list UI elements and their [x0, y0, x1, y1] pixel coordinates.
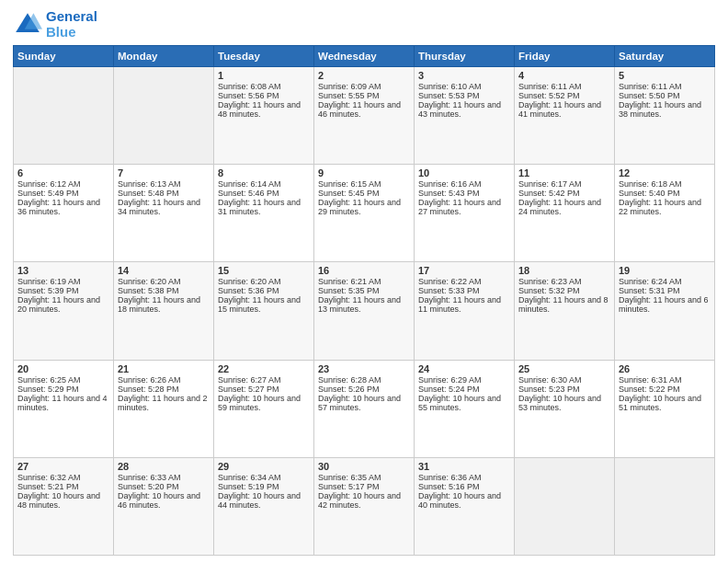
day-info: Sunrise: 6:30 AM [518, 375, 610, 385]
logo-icon [13, 10, 42, 40]
calendar-cell: 19Sunrise: 6:24 AMSunset: 5:31 PMDayligh… [615, 262, 715, 360]
day-number: 26 [619, 363, 711, 374]
day-info: Sunset: 5:32 PM [518, 286, 610, 295]
day-info: Daylight: 11 hours and 27 minutes. [418, 198, 510, 216]
page: General Blue SundayMondayTuesdayWednesda… [0, 0, 728, 563]
day-info: Sunrise: 6:13 AM [118, 179, 210, 189]
calendar-cell: 14Sunrise: 6:20 AMSunset: 5:38 PMDayligh… [114, 262, 214, 360]
day-info: Daylight: 11 hours and 43 minutes. [418, 100, 510, 119]
calendar-cell: 26Sunrise: 6:31 AMSunset: 5:22 PMDayligh… [615, 360, 715, 457]
day-info: Daylight: 11 hours and 4 minutes. [17, 394, 109, 412]
week-row-5: 27Sunrise: 6:32 AMSunset: 5:21 PMDayligh… [14, 457, 715, 555]
calendar-cell: 21Sunrise: 6:26 AMSunset: 5:28 PMDayligh… [114, 360, 214, 457]
day-number: 20 [17, 363, 109, 374]
day-number: 12 [619, 167, 711, 178]
day-info: Sunset: 5:23 PM [518, 385, 610, 394]
day-info: Sunrise: 6:19 AM [17, 277, 109, 286]
day-number: 31 [418, 461, 510, 472]
day-info: Daylight: 11 hours and 22 minutes. [619, 198, 711, 216]
day-info: Daylight: 10 hours and 42 minutes. [318, 491, 410, 510]
day-number: 1 [218, 70, 310, 81]
day-number: 13 [17, 265, 109, 276]
day-info: Sunrise: 6:28 AM [318, 375, 410, 385]
day-info: Daylight: 11 hours and 34 minutes. [118, 198, 210, 216]
day-info: Sunset: 5:33 PM [418, 286, 510, 295]
day-info: Daylight: 11 hours and 2 minutes. [118, 394, 210, 412]
day-number: 15 [218, 265, 310, 276]
calendar-table: SundayMondayTuesdayWednesdayThursdayFrid… [13, 45, 715, 556]
calendar-cell [615, 457, 715, 555]
calendar-cell: 30Sunrise: 6:35 AMSunset: 5:17 PMDayligh… [314, 457, 415, 555]
day-info: Sunrise: 6:17 AM [518, 179, 610, 189]
day-info: Daylight: 11 hours and 13 minutes. [318, 295, 410, 314]
calendar-cell: 10Sunrise: 6:16 AMSunset: 5:43 PMDayligh… [415, 165, 515, 262]
day-info: Daylight: 10 hours and 55 minutes. [418, 394, 510, 412]
day-info: Daylight: 10 hours and 44 minutes. [218, 491, 310, 510]
day-info: Sunset: 5:27 PM [218, 385, 310, 394]
calendar-cell: 13Sunrise: 6:19 AMSunset: 5:39 PMDayligh… [14, 262, 114, 360]
calendar-cell: 2Sunrise: 6:09 AMSunset: 5:55 PMDaylight… [314, 67, 415, 165]
day-number: 9 [318, 167, 410, 178]
day-number: 3 [418, 70, 510, 81]
day-info: Sunset: 5:26 PM [318, 385, 410, 394]
day-info: Sunset: 5:53 PM [418, 91, 510, 100]
day-info: Sunrise: 6:23 AM [518, 277, 610, 286]
day-number: 25 [518, 363, 610, 374]
day-info: Sunrise: 6:08 AM [218, 82, 310, 91]
day-number: 4 [518, 70, 610, 81]
day-number: 23 [318, 363, 410, 374]
day-info: Sunset: 5:21 PM [17, 482, 109, 491]
day-info: Sunset: 5:36 PM [218, 286, 310, 295]
day-info: Daylight: 11 hours and 48 minutes. [218, 100, 310, 119]
day-info: Sunrise: 6:18 AM [619, 179, 711, 189]
day-info: Sunset: 5:38 PM [118, 286, 210, 295]
week-row-4: 20Sunrise: 6:25 AMSunset: 5:29 PMDayligh… [14, 360, 715, 457]
day-info: Sunrise: 6:14 AM [218, 179, 310, 189]
day-info: Daylight: 10 hours and 46 minutes. [118, 491, 210, 510]
day-header-friday: Friday [515, 46, 615, 67]
day-number: 16 [318, 265, 410, 276]
day-info: Sunset: 5:43 PM [418, 189, 510, 198]
day-number: 30 [318, 461, 410, 472]
day-info: Sunrise: 6:29 AM [418, 375, 510, 385]
day-info: Sunrise: 6:09 AM [318, 82, 410, 91]
header: General Blue [13, 9, 715, 40]
day-info: Sunset: 5:39 PM [17, 286, 109, 295]
day-header-monday: Monday [114, 46, 214, 67]
day-info: Sunset: 5:45 PM [318, 189, 410, 198]
day-header-thursday: Thursday [415, 46, 515, 67]
day-info: Daylight: 10 hours and 53 minutes. [518, 394, 610, 412]
day-info: Daylight: 11 hours and 24 minutes. [518, 198, 610, 216]
day-info: Daylight: 11 hours and 36 minutes. [17, 198, 109, 216]
day-info: Daylight: 11 hours and 8 minutes. [518, 295, 610, 314]
day-info: Daylight: 10 hours and 48 minutes. [17, 491, 109, 510]
day-info: Sunset: 5:31 PM [619, 286, 711, 295]
day-info: Sunset: 5:17 PM [318, 482, 410, 491]
day-info: Sunset: 5:42 PM [518, 189, 610, 198]
day-number: 27 [17, 461, 109, 472]
day-info: Sunrise: 6:27 AM [218, 375, 310, 385]
day-number: 19 [619, 265, 711, 276]
day-info: Sunrise: 6:11 AM [619, 82, 711, 91]
day-info: Sunrise: 6:12 AM [17, 179, 109, 189]
day-number: 24 [418, 363, 510, 374]
day-header-sunday: Sunday [14, 46, 114, 67]
day-number: 6 [17, 167, 109, 178]
day-info: Daylight: 11 hours and 18 minutes. [118, 295, 210, 314]
day-number: 22 [218, 363, 310, 374]
day-number: 21 [118, 363, 210, 374]
calendar-cell: 17Sunrise: 6:22 AMSunset: 5:33 PMDayligh… [415, 262, 515, 360]
calendar-cell: 16Sunrise: 6:21 AMSunset: 5:35 PMDayligh… [314, 262, 415, 360]
calendar-cell: 18Sunrise: 6:23 AMSunset: 5:32 PMDayligh… [515, 262, 615, 360]
day-info: Sunset: 5:52 PM [518, 91, 610, 100]
day-info: Sunset: 5:29 PM [17, 385, 109, 394]
calendar-cell: 12Sunrise: 6:18 AMSunset: 5:40 PMDayligh… [615, 165, 715, 262]
day-info: Sunset: 5:22 PM [619, 385, 711, 394]
calendar-cell: 25Sunrise: 6:30 AMSunset: 5:23 PMDayligh… [515, 360, 615, 457]
day-info: Daylight: 11 hours and 31 minutes. [218, 198, 310, 216]
day-info: Sunrise: 6:11 AM [518, 82, 610, 91]
day-info: Sunset: 5:40 PM [619, 189, 711, 198]
calendar-cell: 3Sunrise: 6:10 AMSunset: 5:53 PMDaylight… [415, 67, 515, 165]
day-info: Sunset: 5:16 PM [418, 482, 510, 491]
day-info: Daylight: 11 hours and 15 minutes. [218, 295, 310, 314]
